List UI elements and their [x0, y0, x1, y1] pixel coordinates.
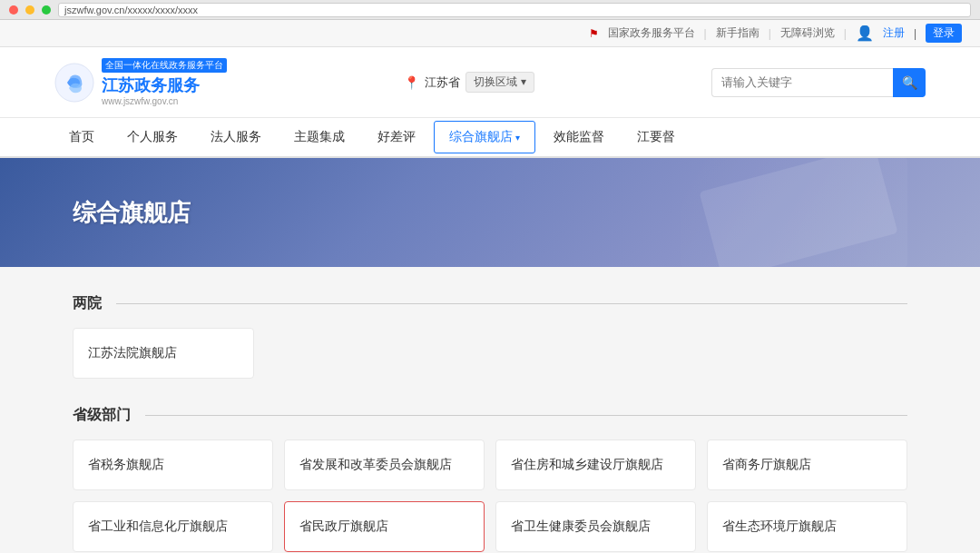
- new-user-guide-link[interactable]: 新手指南: [716, 25, 760, 41]
- card-commerce[interactable]: 省商务厅旗舰店: [707, 439, 907, 490]
- search-input[interactable]: [711, 68, 893, 97]
- card-health[interactable]: 省卫生健康委员会旗舰店: [495, 501, 696, 552]
- browser-chrome: jszwfw.gov.cn/xxxxx/xxxx/xxxx: [0, 0, 980, 20]
- register-link[interactable]: 注册: [883, 25, 905, 41]
- section-header-provincial: 省级部门: [73, 406, 907, 425]
- divider-1: |: [704, 27, 707, 40]
- section-liangyuan: 两院 江苏法院旗舰店: [73, 294, 907, 379]
- provincial-card-row-0: 省税务旗舰店省发展和改革委员会旗舰店省住房和城乡建设厅旗舰店省商务厅旗舰店: [73, 439, 907, 490]
- section-title-provincial: 省级部门: [73, 406, 131, 425]
- gov-platform-link[interactable]: 国家政务服务平台: [608, 25, 695, 41]
- section-divider-provincial: [145, 415, 907, 416]
- nav-item-theme[interactable]: 主题集成: [279, 117, 359, 157]
- hero-banner: 综合旗舰店: [0, 158, 980, 267]
- section-divider-liangyuan: [116, 303, 907, 304]
- logo-area: 全国一体化在线政务服务平台 江苏政务服务 www.jszwfw.gov.cn: [54, 58, 227, 106]
- utility-bar: ⚑ 国家政务服务平台 | 新手指南 | 无障碍浏览 | 👤 注册 | 登录: [0, 20, 980, 47]
- nav-item-legal[interactable]: 法人服务: [196, 117, 276, 157]
- nav-item-flagship[interactable]: 综合旗舰店 ▾: [434, 121, 535, 153]
- search-button[interactable]: 🔍: [893, 68, 926, 97]
- liangyuan-card-grid: 江苏法院旗舰店: [73, 328, 907, 379]
- nav-item-personal[interactable]: 个人服务: [113, 117, 192, 157]
- nav-item-jiangsu[interactable]: 江要督: [622, 117, 690, 157]
- nav-bar: 首页个人服务法人服务主题集成好差评综合旗舰店 ▾效能监督江要督: [0, 118, 980, 158]
- logo-text-block: 全国一体化在线政务服务平台 江苏政务服务 www.jszwfw.gov.cn: [102, 58, 227, 106]
- logo-url: www.jszwfw.gov.cn: [102, 96, 227, 106]
- main-content: 两院 江苏法院旗舰店 省级部门 省税务旗舰店省发展和改革委员会旗舰店省住房和城乡…: [0, 267, 980, 553]
- user-icon: 👤: [856, 25, 874, 42]
- logo-icon: [54, 63, 94, 103]
- header: 全国一体化在线政务服务平台 江苏政务服务 www.jszwfw.gov.cn 📍…: [0, 47, 980, 118]
- location-chevron-icon: ▾: [521, 75, 526, 88]
- browser-url-bar[interactable]: jszwfw.gov.cn/xxxxx/xxxx/xxxx: [58, 3, 971, 17]
- card-housing[interactable]: 省住房和城乡建设厅旗舰店: [495, 439, 696, 490]
- nav-item-efficiency[interactable]: 效能监督: [539, 117, 619, 157]
- location-pin-icon: 📍: [404, 75, 419, 90]
- nav-item-home[interactable]: 首页: [54, 117, 109, 157]
- card-industry[interactable]: 省工业和信息化厅旗舰店: [73, 501, 273, 552]
- section-provincial: 省级部门 省税务旗舰店省发展和改革委员会旗舰店省住房和城乡建设厅旗舰店省商务厅旗…: [73, 406, 907, 552]
- browser-min-dot: [25, 5, 34, 15]
- hero-decoration: [681, 158, 907, 267]
- divider-2: |: [769, 27, 771, 40]
- card-ecology[interactable]: 省生态环境厅旗舰店: [707, 501, 907, 552]
- browser-max-dot: [42, 5, 51, 15]
- search-area: 🔍: [711, 68, 926, 97]
- divider-4: |: [914, 27, 916, 40]
- nav-item-rating[interactable]: 好差评: [363, 117, 430, 157]
- browser-close-dot: [9, 5, 18, 15]
- section-title-liangyuan: 两院: [73, 294, 102, 313]
- location-switch-label: 切换区域: [474, 75, 517, 88]
- no-barrier-link[interactable]: 无障碍浏览: [780, 25, 835, 41]
- logo-tagline: 全国一体化在线政务服务平台: [102, 58, 227, 73]
- card-tax[interactable]: 省税务旗舰店: [73, 439, 273, 490]
- hero-title: 综合旗舰店: [73, 197, 191, 229]
- location-label: 江苏省: [425, 74, 460, 91]
- location-area: 📍 江苏省 切换区域 ▾: [404, 72, 534, 93]
- card-reform[interactable]: 省发展和改革委员会旗舰店: [284, 439, 485, 490]
- card-civil[interactable]: 省民政厅旗舰店: [284, 501, 485, 552]
- search-icon: 🔍: [902, 75, 917, 90]
- browser-url-text: jszwfw.gov.cn/xxxxx/xxxx/xxxx: [64, 5, 198, 15]
- location-switch-button[interactable]: 切换区域 ▾: [466, 72, 534, 93]
- card-jiangsu-court[interactable]: 江苏法院旗舰店: [73, 328, 254, 379]
- provincial-card-row-1: 省工业和信息化厅旗舰店省民政厅旗舰店省卫生健康委员会旗舰店省生态环境厅旗舰店: [73, 501, 907, 552]
- login-link[interactable]: 登录: [926, 24, 962, 43]
- section-header-liangyuan: 两院: [73, 294, 907, 313]
- divider-3: |: [844, 27, 847, 40]
- chevron-down-icon: ▾: [515, 133, 520, 143]
- logo-name: 江苏政务服务: [102, 74, 227, 96]
- gov-platform-icon: ⚑: [589, 27, 599, 40]
